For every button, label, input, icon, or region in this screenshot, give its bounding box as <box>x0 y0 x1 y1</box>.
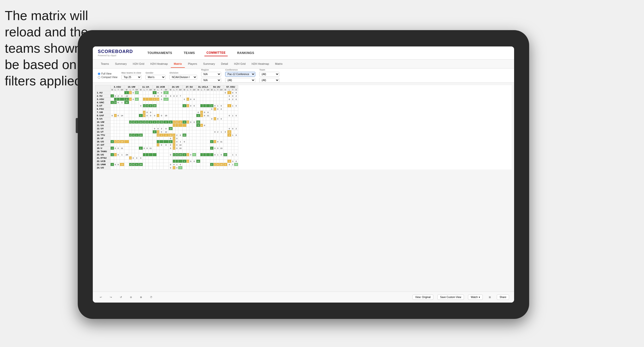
matrix-cell: 1 <box>173 143 175 147</box>
matrix-cell: 0 <box>227 94 231 98</box>
matrix-cell <box>213 156 216 160</box>
matrix-cell <box>189 114 192 117</box>
matrix-cell: 2 <box>234 94 238 98</box>
matrix-cell <box>148 94 152 98</box>
compact-view-radio[interactable] <box>98 76 100 79</box>
matrix-cell <box>117 124 120 127</box>
region-label: Region <box>201 69 221 71</box>
view-original-button[interactable]: View: Original <box>413 295 434 300</box>
matrix-cell <box>153 101 157 104</box>
matrix-cell <box>216 166 219 169</box>
matrix-cell <box>114 124 117 127</box>
grid-button[interactable]: ⊞ <box>487 295 493 300</box>
full-view-radio[interactable] <box>98 73 100 75</box>
region-select-2[interactable]: N/A <box>201 78 221 83</box>
matrix-cell: 2 <box>143 114 145 117</box>
matrix-cell <box>234 121 238 124</box>
subnav-matrix-1[interactable]: Matrix <box>171 60 185 68</box>
matrix-cell <box>114 107 117 111</box>
matrix-cell <box>156 111 159 114</box>
reset-button[interactable]: ↺ <box>118 295 124 300</box>
redo-button[interactable]: ↪ <box>108 295 114 300</box>
matrix-cell: 2 <box>111 140 114 143</box>
col-sub-uw-w: W <box>124 89 129 91</box>
matrix-cell: 80 <box>135 98 139 101</box>
subnav-h2h-heatmap-1[interactable]: H2H Heatmap <box>147 60 171 68</box>
matrix-cell <box>143 124 145 127</box>
matrix-cell: 1 <box>143 104 145 107</box>
gender-select[interactable]: Men's <box>145 75 166 80</box>
subnav-summary-1[interactable]: Summary <box>112 60 130 68</box>
matrix-cell: 0 <box>216 163 219 166</box>
matrix-cell <box>231 124 234 127</box>
subnav-matrix-2[interactable]: Matrix <box>272 60 286 68</box>
matrix-cell <box>135 94 139 98</box>
subnav-h2h-grid-2[interactable]: H2H Grid <box>231 60 249 68</box>
subnav-players[interactable]: Players <box>185 60 200 68</box>
watch-button[interactable]: Watch ▾ <box>468 295 483 300</box>
undo-button[interactable]: ↩ <box>98 295 104 300</box>
matrix-cell: 40 <box>192 153 196 156</box>
matrix-cell: 0 <box>192 121 196 124</box>
matrix-cell <box>173 160 175 163</box>
matrix-cell: 0 <box>114 101 117 104</box>
team-select-2[interactable]: (All) <box>259 78 279 83</box>
row-header-4: 5. UT <box>96 104 111 107</box>
matrix-cell <box>129 111 132 114</box>
matrix-cell: 11 <box>219 140 223 143</box>
team-select[interactable]: (All) <box>259 72 279 77</box>
full-view-option[interactable]: Full View <box>98 72 117 75</box>
matrix-cell <box>139 94 143 98</box>
matrix-cell <box>192 150 196 153</box>
subnav-h2h-grid-1[interactable]: H2H Grid <box>130 60 147 68</box>
subnav-summary-2[interactable]: Summary <box>200 60 218 68</box>
matrix-cell <box>148 156 152 160</box>
clock-button[interactable]: ⏱ <box>148 295 154 300</box>
zoom-in-button[interactable]: ⊕ <box>138 295 144 300</box>
matrix-cell <box>186 117 189 121</box>
col-sub-ua-dif: Dif <box>148 89 152 91</box>
matrix-cell: 4 <box>146 104 148 107</box>
matrix-cell <box>216 150 219 153</box>
save-custom-button[interactable]: Save Custom View <box>437 295 464 300</box>
subnav-h2h-heatmap-2[interactable]: H2H Heatmap <box>249 60 272 68</box>
share-button[interactable]: Share <box>497 295 509 300</box>
zoom-out-button[interactable]: ⊖ <box>128 295 134 300</box>
nav-tournaments[interactable]: TOURNAMENTS <box>145 50 174 56</box>
division-select[interactable]: NCAA Division I <box>170 75 197 80</box>
matrix-cell: 0 <box>164 94 169 98</box>
matrix-cell <box>173 117 175 121</box>
matrix-cell <box>223 140 227 143</box>
col-sub-uo-dif: Dif <box>178 89 182 91</box>
conference-label: Conference <box>225 69 255 71</box>
matrix-cell <box>234 166 238 169</box>
matrix-cell: 0 <box>117 163 120 166</box>
matrix-cell <box>120 150 124 153</box>
matrix-cell: 0 <box>114 163 117 166</box>
conference-select-2[interactable]: (All) <box>225 78 255 83</box>
matrix-cell <box>139 140 143 143</box>
matrix-cell: 1 <box>143 111 145 114</box>
row-header-7: 8. UAF <box>96 114 111 117</box>
matrix-cell <box>146 153 148 156</box>
subnav-teams[interactable]: Teams <box>98 60 112 68</box>
nav-committee[interactable]: COMMITTEE <box>204 50 228 56</box>
conference-select[interactable]: Pac-12 Conference <box>225 72 255 77</box>
table-row: 5. UT01403511002010110 <box>96 104 238 107</box>
nav-teams[interactable]: TEAMS <box>182 50 197 56</box>
matrix-cell <box>216 143 219 147</box>
matrix-cell <box>164 163 169 166</box>
matrix-cell: 0 <box>210 107 214 111</box>
matrix-cell <box>114 91 117 94</box>
matrix-cell <box>169 107 173 111</box>
matrix-cell <box>182 91 186 94</box>
tablet-side-button <box>76 118 78 133</box>
matrix-cell <box>114 137 117 140</box>
nav-rankings[interactable]: RANKINGS <box>235 50 256 56</box>
matrix-cell <box>146 137 148 140</box>
matrix-cell <box>210 150 214 153</box>
max-teams-select[interactable]: Top 25 <box>121 75 141 80</box>
compact-view-option[interactable]: Compact View <box>98 76 117 79</box>
subnav-detail[interactable]: Detail <box>218 60 231 68</box>
region-select[interactable]: N/A <box>201 72 221 77</box>
